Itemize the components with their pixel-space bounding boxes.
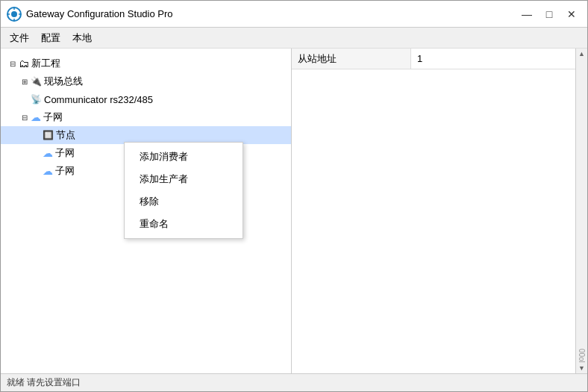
property-row-slave-addr: 从站地址 1 (292, 49, 575, 69)
fieldbus-label: 现场总线 (44, 75, 83, 88)
svg-point-1 (11, 11, 17, 17)
scroll-up-icon[interactable]: ▲ (577, 49, 587, 59)
minimize-button[interactable]: — (517, 6, 537, 22)
folder-icon: 🗂 (19, 57, 29, 69)
expand-spacer4 (31, 165, 43, 177)
context-menu-add-consumer[interactable]: 添加消费者 (125, 146, 243, 168)
menu-bar: 文件 配置 本地 (1, 28, 587, 49)
menu-file[interactable]: 文件 (4, 30, 35, 46)
right-scrollbar[interactable]: ▲ 00 ol ▼ (575, 49, 587, 373)
tree-panel: ⊟ 🗂 新工程 ⊞ 🔌 现场总线 📡 Communicator rs232/ (1, 49, 292, 373)
expand-subnet-icon[interactable]: ⊟ (19, 111, 31, 123)
maximize-button[interactable]: □ (539, 6, 559, 22)
cloud-child1-icon: ☁ (43, 147, 53, 159)
tree-item-subnet-parent[interactable]: ⊟ ☁ 子网 (1, 108, 291, 126)
menu-config[interactable]: 配置 (35, 30, 66, 46)
context-menu-remove[interactable]: 移除 (125, 190, 243, 213)
context-menu-add-producer[interactable]: 添加生产者 (125, 168, 243, 190)
tree-item-fieldbus[interactable]: ⊞ 🔌 现场总线 (1, 72, 291, 90)
subnet-child2-label: 子网 (55, 164, 75, 178)
context-menu-rename[interactable]: 重命名 (125, 213, 243, 235)
node-label: 节点 (56, 128, 75, 142)
expand-spacer2 (31, 129, 43, 141)
properties-panel: 从站地址 1 (292, 49, 575, 373)
cloud-child2-icon: ☁ (43, 165, 53, 177)
scroll-label-ol: ol (578, 357, 586, 363)
cloud-parent-icon: ☁ (31, 111, 41, 123)
expand-spacer (19, 93, 31, 105)
root-label: 新工程 (31, 57, 60, 70)
tree-item-root[interactable]: ⊟ 🗂 新工程 (1, 55, 291, 72)
properties-empty-area (292, 69, 575, 373)
close-button[interactable]: ✕ (562, 6, 581, 22)
communicator-icon: 📡 (31, 94, 42, 105)
scroll-label-00: 00 (578, 349, 586, 357)
scroll-down-icon[interactable]: ▼ (577, 363, 587, 373)
tree-item-communicator[interactable]: 📡 Communicator rs232/485 (1, 90, 291, 108)
status-bar: 就绪 请先设置端口 (1, 373, 587, 391)
title-bar: Gateway Configuration Studio Pro — □ ✕ (1, 1, 587, 28)
menu-local[interactable]: 本地 (66, 30, 98, 46)
window-controls: — □ ✕ (517, 6, 581, 22)
fieldbus-icon: 🔌 (31, 76, 42, 87)
status-text: 就绪 请先设置端口 (7, 376, 81, 389)
communicator-label: Communicator rs232/485 (44, 94, 153, 105)
subnet-parent-label: 子网 (43, 111, 63, 124)
app-icon (7, 7, 22, 22)
expand-root-icon[interactable]: ⊟ (7, 57, 19, 69)
node-icon: 🔲 (43, 130, 54, 140)
main-window: Gateway Configuration Studio Pro — □ ✕ 文… (0, 0, 588, 392)
main-content: ⊟ 🗂 新工程 ⊞ 🔌 现场总线 📡 Communicator rs232/ (1, 49, 587, 373)
context-menu: 添加消费者 添加生产者 移除 重命名 (124, 142, 243, 239)
expand-spacer3 (31, 147, 43, 159)
subnet-child1-label: 子网 (55, 146, 75, 160)
expand-fieldbus-icon[interactable]: ⊞ (19, 75, 31, 87)
window-title: Gateway Configuration Studio Pro (26, 8, 517, 19)
property-value-slave-addr: 1 (411, 53, 428, 64)
property-label-slave-addr: 从站地址 (292, 49, 411, 69)
